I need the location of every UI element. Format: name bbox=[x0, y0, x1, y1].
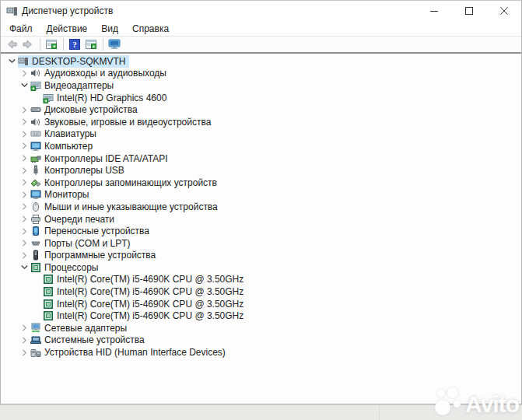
tree-item[interactable]: Intel(R) Core(TM) i5-4690K CPU @ 3.50GHz bbox=[1, 285, 521, 298]
tree-item[interactable]: Видеоадаптеры bbox=[1, 79, 521, 92]
tree-item-content: Intel(R) Core(TM) i5-4690K CPU @ 3.50GHz bbox=[43, 298, 247, 310]
tree-item[interactable]: Программные устройства bbox=[1, 250, 521, 262]
chevron-right-icon[interactable] bbox=[18, 215, 30, 224]
tree-item-content: Мониторы bbox=[30, 189, 93, 201]
tree-item[interactable]: Аудиовходы и аудиовыходы bbox=[1, 68, 521, 80]
tree-item[interactable]: Intel(R) Core(TM) i5-4690K CPU @ 3.50GHz bbox=[1, 310, 521, 322]
tree-item-label: Компьютер bbox=[44, 141, 94, 152]
tree-item-label: Intel(R) Core(TM) i5-4690K CPU @ 3.50GHz bbox=[57, 274, 245, 285]
chevron-right-icon[interactable] bbox=[18, 202, 30, 212]
tree-item[interactable]: Intel(R) Core(TM) i5-4690K CPU @ 3.50GHz bbox=[1, 274, 521, 286]
chevron-right-icon[interactable] bbox=[18, 129, 30, 138]
tree-item-content: Intel(R) Core(TM) i5-4690K CPU @ 3.50GHz bbox=[43, 285, 247, 298]
toolbar-separator bbox=[103, 38, 103, 51]
tree-item-label: Системные устройства bbox=[44, 334, 146, 345]
tree-item[interactable]: Порты (COM и LPT) bbox=[1, 237, 521, 250]
system-device-icon bbox=[30, 334, 41, 345]
tree-item[interactable]: Компьютер bbox=[1, 140, 521, 152]
menu-item-help[interactable]: Справка bbox=[125, 22, 176, 36]
tree-item[interactable]: Сетевые адаптеры bbox=[1, 322, 521, 334]
back-arrow-button[interactable] bbox=[4, 37, 19, 52]
tree-item[interactable]: Мониторы bbox=[1, 189, 521, 201]
tree-item[interactable]: Клавиатуры bbox=[1, 128, 521, 141]
processor-icon bbox=[43, 299, 54, 310]
tree-item-label: Программные устройства bbox=[44, 250, 157, 261]
scan-computer-button[interactable] bbox=[107, 37, 122, 52]
tree-item-label: Контроллеры запоминающих устройств bbox=[44, 177, 219, 188]
tree-item-content: Сетевые адаптеры bbox=[30, 322, 131, 334]
processor-icon bbox=[43, 286, 54, 297]
chevron-right-icon[interactable] bbox=[18, 154, 30, 163]
forward-arrow-button[interactable] bbox=[20, 37, 36, 52]
display-adapter-icon bbox=[30, 80, 41, 91]
tree-item-content: DESKTOP-SQKMVTH bbox=[18, 55, 129, 68]
tree-item[interactable]: Контроллеры запоминающих устройств bbox=[1, 177, 521, 189]
chevron-right-icon[interactable] bbox=[18, 105, 30, 114]
chevron-spacer bbox=[30, 311, 43, 320]
minimize-button[interactable] bbox=[416, 1, 451, 21]
tree-item-content: Видеоадаптеры bbox=[30, 79, 117, 92]
toolbar-separator bbox=[40, 38, 40, 51]
tree-item[interactable]: Очереди печати bbox=[1, 213, 521, 226]
chevron-right-icon[interactable] bbox=[18, 324, 30, 333]
tree-item[interactable]: Устройства HID (Human Interface Devices) bbox=[1, 346, 521, 359]
title-bar: Диспетчер устройств bbox=[1, 1, 521, 21]
help-button[interactable]: ? bbox=[67, 37, 82, 52]
chevron-right-icon[interactable] bbox=[18, 348, 30, 357]
properties-window-button[interactable] bbox=[83, 37, 99, 52]
device-manager-window: Диспетчер устройств bbox=[0, 0, 522, 404]
audio-endpoint-icon bbox=[30, 117, 41, 128]
console-window-button[interactable] bbox=[44, 37, 59, 52]
scan-computer-icon bbox=[108, 38, 121, 51]
ide-controller-icon bbox=[30, 153, 41, 164]
chevron-right-icon[interactable] bbox=[18, 226, 30, 236]
tree-item-label: Intel(R) Core(TM) i5-4690K CPU @ 3.50GHz bbox=[57, 310, 245, 321]
tree-item-content: Intel(R) Core(TM) i5-4690K CPU @ 3.50GHz bbox=[43, 274, 247, 286]
menu-item-view[interactable]: Вид bbox=[94, 22, 125, 36]
tree-item-label: Сетевые адаптеры bbox=[44, 323, 128, 334]
menu-item-file[interactable]: Файл bbox=[2, 22, 40, 36]
chevron-right-icon[interactable] bbox=[18, 142, 30, 151]
tree-item[interactable]: DESKTOP-SQKMVTH bbox=[1, 55, 521, 68]
tree-item[interactable]: Системные устройства bbox=[1, 334, 521, 347]
chevron-down-icon[interactable] bbox=[18, 81, 30, 90]
console-window-icon bbox=[45, 38, 58, 51]
tree-item[interactable]: Процессоры bbox=[1, 261, 521, 274]
maximize-button[interactable] bbox=[451, 1, 486, 21]
chevron-right-icon[interactable] bbox=[18, 239, 30, 248]
chevron-down-icon[interactable] bbox=[18, 263, 30, 272]
tree-item-content: Системные устройства bbox=[30, 334, 149, 347]
menu-item-action[interactable]: Действие bbox=[40, 22, 95, 36]
close-button[interactable] bbox=[486, 1, 521, 21]
chevron-spacer bbox=[30, 93, 43, 103]
chevron-down-icon[interactable] bbox=[5, 57, 18, 66]
tree-item-label: Звуковые, игровые и видеоустройства bbox=[44, 117, 212, 128]
storage-controller-icon bbox=[30, 177, 41, 188]
usb-controller-icon bbox=[30, 165, 41, 176]
window-controls bbox=[416, 1, 521, 21]
chevron-right-icon[interactable] bbox=[18, 68, 30, 78]
chevron-right-icon[interactable] bbox=[18, 166, 30, 175]
tree-item[interactable]: Intel(R) Core(TM) i5-4690K CPU @ 3.50GHz bbox=[1, 298, 521, 310]
tree-item[interactable]: Intel(R) HD Graphics 4600 bbox=[1, 92, 521, 104]
tree-item-label: Дисковые устройства bbox=[44, 104, 139, 115]
tree-item-content: Очереди печати bbox=[30, 213, 118, 226]
portable-device-icon bbox=[30, 226, 41, 236]
chevron-right-icon[interactable] bbox=[18, 178, 30, 187]
tree-item-label: Устройства HID (Human Interface Devices) bbox=[44, 347, 227, 358]
tree-item[interactable]: Контроллеры IDE ATA/ATAPI bbox=[1, 152, 521, 165]
chevron-right-icon[interactable] bbox=[18, 117, 30, 127]
chevron-right-icon[interactable] bbox=[18, 250, 30, 260]
tree-item-label: Процессоры bbox=[44, 262, 100, 273]
tree-item[interactable]: Мыши и иные указывающие устройства bbox=[1, 201, 521, 213]
chevron-right-icon[interactable] bbox=[18, 335, 30, 345]
tree-item-content: Переносные устройства bbox=[30, 225, 153, 237]
tree-item[interactable]: Дисковые устройства bbox=[1, 103, 521, 116]
tree-item[interactable]: Звуковые, игровые и видеоустройства bbox=[1, 116, 521, 128]
tree-item-label: Порты (COM и LPT) bbox=[44, 238, 132, 249]
divider bbox=[379, 405, 380, 420]
tree-item[interactable]: Переносные устройства bbox=[1, 225, 521, 237]
chevron-spacer bbox=[30, 287, 43, 296]
tree-item[interactable]: Контроллеры USB bbox=[1, 164, 521, 177]
chevron-right-icon[interactable] bbox=[18, 190, 30, 199]
